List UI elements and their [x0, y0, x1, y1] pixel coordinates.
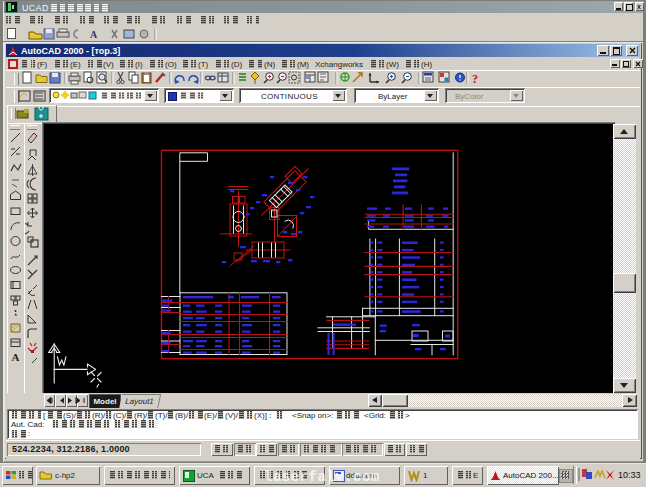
- svg-text:?: ?: [472, 72, 478, 86]
- svg-text:A: A: [90, 29, 98, 40]
- svg-text:A: A: [12, 351, 20, 363]
